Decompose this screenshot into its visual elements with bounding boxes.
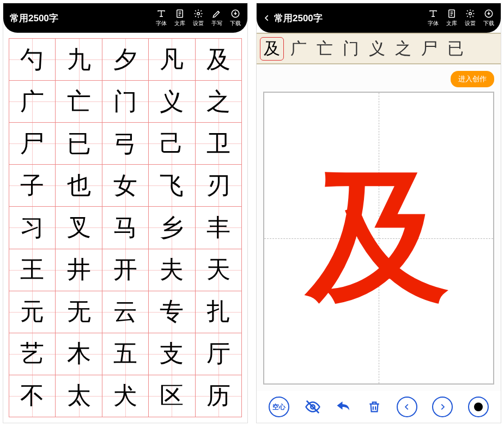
- grid-cell[interactable]: 夫: [149, 249, 195, 291]
- grid-cell[interactable]: 门: [102, 81, 149, 123]
- grid-cell[interactable]: 卫: [196, 123, 242, 165]
- big-character: 及: [308, 143, 450, 334]
- record-button[interactable]: [468, 397, 489, 417]
- grid-cell[interactable]: 五: [102, 333, 149, 375]
- grid-char: 子: [20, 170, 44, 202]
- grid-cell[interactable]: 九: [56, 39, 102, 81]
- grid-cell[interactable]: 凡: [149, 39, 195, 81]
- settings-button[interactable]: 设置: [465, 9, 476, 27]
- grid-cell[interactable]: 犬: [102, 375, 149, 417]
- grid-cell[interactable]: 不: [9, 375, 56, 417]
- back-button[interactable]: [263, 13, 271, 23]
- grid-cell[interactable]: 及: [196, 39, 242, 81]
- grid-char: 专: [160, 296, 184, 328]
- grid-char: 也: [67, 170, 91, 202]
- strip-char[interactable]: 已: [444, 38, 467, 60]
- grid-char: 尸: [20, 128, 44, 160]
- grid-char: 太: [67, 380, 91, 412]
- document-icon: [447, 9, 457, 19]
- grid-cell[interactable]: 王: [9, 249, 56, 291]
- grid-char: 飞: [160, 170, 184, 202]
- grid-cell[interactable]: 丰: [196, 207, 242, 249]
- undo-button[interactable]: [336, 399, 352, 415]
- grid-cell[interactable]: 木: [56, 333, 102, 375]
- practice-canvas[interactable]: 及: [263, 92, 494, 385]
- library-button[interactable]: 文库: [174, 9, 185, 27]
- hollow-button[interactable]: 空心: [269, 397, 289, 417]
- grid-cell[interactable]: 已: [56, 123, 102, 165]
- grid-char: 马: [113, 212, 137, 244]
- next-button[interactable]: [432, 397, 453, 417]
- grid-cell[interactable]: 云: [102, 291, 149, 333]
- grid-cell[interactable]: 广: [9, 81, 56, 123]
- grid-cell[interactable]: 太: [56, 375, 102, 417]
- handwrite-button[interactable]: 手写: [211, 9, 222, 27]
- grid-cell[interactable]: 刃: [196, 165, 242, 207]
- strip-char-selected[interactable]: 及: [260, 37, 284, 61]
- grid-cell[interactable]: 女: [102, 165, 149, 207]
- strip-char[interactable]: 亡: [313, 38, 336, 60]
- download-button[interactable]: 下载: [483, 9, 494, 27]
- grid-cell[interactable]: 之: [196, 81, 242, 123]
- download-icon: [230, 9, 240, 19]
- grid-cell[interactable]: 天: [196, 249, 242, 291]
- grid-cell[interactable]: 专: [149, 291, 195, 333]
- grid-char: 弓: [113, 128, 137, 160]
- grid-cell[interactable]: 尸: [9, 123, 56, 165]
- grid-cell[interactable]: 夕: [102, 39, 149, 81]
- grid-cell[interactable]: 亡: [56, 81, 102, 123]
- grid-cell[interactable]: 弓: [102, 123, 149, 165]
- grid-cell[interactable]: 井: [56, 249, 102, 291]
- grid-char: 区: [160, 380, 184, 412]
- grid-cell[interactable]: 勺: [9, 39, 56, 81]
- dot-icon: [474, 403, 483, 411]
- strip-char[interactable]: 之: [392, 38, 415, 60]
- grid-char: 开: [113, 254, 137, 286]
- grid-cell[interactable]: 也: [56, 165, 102, 207]
- grid-cell[interactable]: 元: [9, 291, 56, 333]
- create-button[interactable]: 进入创作: [451, 71, 494, 87]
- library-button[interactable]: 文库: [446, 9, 457, 27]
- topbar-left: 常用2500字 字体 文库 设置 手写 下载: [3, 3, 247, 33]
- grid-cell[interactable]: 厅: [196, 333, 242, 375]
- grid-char: 卫: [207, 128, 230, 160]
- grid-cell[interactable]: 飞: [149, 165, 195, 207]
- canvas-area: 进入创作 及: [257, 64, 501, 391]
- grid-cell[interactable]: 己: [149, 123, 195, 165]
- grid-char: 犬: [113, 380, 137, 412]
- grid-cell[interactable]: 义: [149, 81, 195, 123]
- font-button[interactable]: 字体: [428, 9, 439, 27]
- visibility-button[interactable]: [305, 399, 321, 415]
- page-title: 常用2500字: [10, 12, 156, 25]
- font-button[interactable]: 字体: [156, 9, 167, 27]
- phone-right: 常用2500字 字体 文库 设置 下载 及广亡门义之尸已 进入创作 及 空心: [256, 3, 501, 423]
- grid-char: 夫: [160, 254, 184, 286]
- grid-cell[interactable]: 历: [196, 375, 242, 417]
- delete-button[interactable]: [367, 400, 381, 414]
- grid-cell[interactable]: 区: [149, 375, 195, 417]
- grid-cell[interactable]: 子: [9, 165, 56, 207]
- grid-char: 丰: [207, 212, 230, 244]
- grid-cell[interactable]: 马: [102, 207, 149, 249]
- prev-button[interactable]: [397, 397, 417, 417]
- grid-cell[interactable]: 叉: [56, 207, 102, 249]
- grid-cell[interactable]: 扎: [196, 291, 242, 333]
- grid-cell[interactable]: 乡: [149, 207, 195, 249]
- grid-cell[interactable]: 开: [102, 249, 149, 291]
- grid-char: 已: [67, 128, 91, 160]
- grid-char: 支: [160, 338, 184, 370]
- grid-cell[interactable]: 支: [149, 333, 195, 375]
- grid-cell[interactable]: 艺: [9, 333, 56, 375]
- grid-cell[interactable]: 习: [9, 207, 56, 249]
- grid-char: 艺: [20, 338, 44, 370]
- strip-char[interactable]: 尸: [418, 38, 441, 60]
- settings-button[interactable]: 设置: [193, 9, 204, 27]
- grid-cell[interactable]: 无: [56, 291, 102, 333]
- download-button[interactable]: 下载: [230, 9, 241, 27]
- strip-char[interactable]: 门: [339, 38, 362, 60]
- font-icon: [428, 9, 438, 19]
- strip-char[interactable]: 义: [366, 38, 388, 60]
- grid-char: 女: [113, 170, 137, 202]
- strip-char[interactable]: 广: [287, 38, 310, 60]
- grid-char: 扎: [207, 296, 230, 328]
